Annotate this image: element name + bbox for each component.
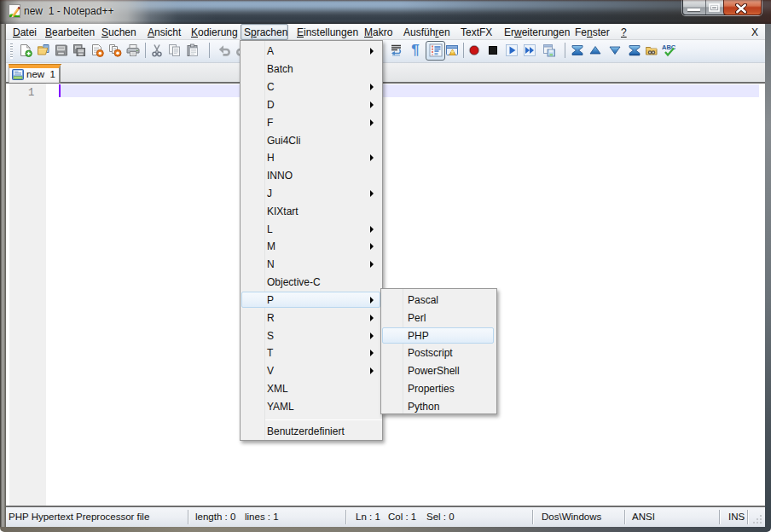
svg-text:ABC: ABC: [662, 43, 675, 51]
